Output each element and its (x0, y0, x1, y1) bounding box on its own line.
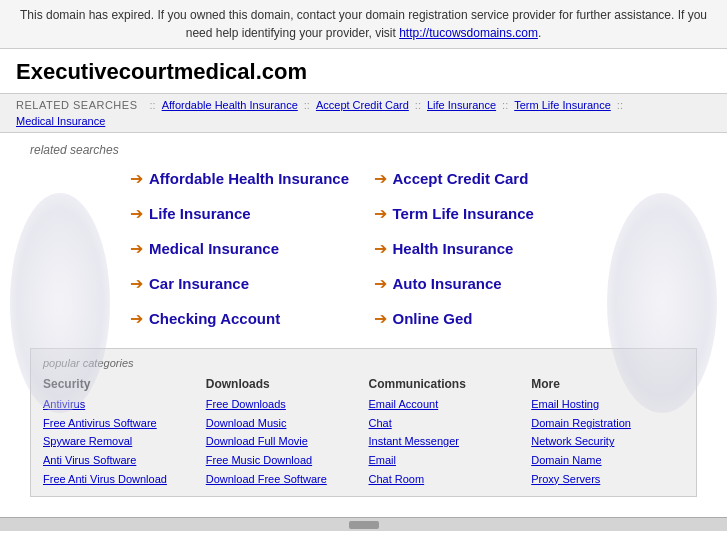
category-link-free-music-download[interactable]: Free Music Download (206, 451, 359, 470)
arrow-icon: ➔ (374, 274, 387, 293)
link-item-car-insurance: ➔ Car Insurance (130, 274, 354, 293)
arrow-icon: ➔ (130, 309, 143, 328)
category-link-download-full-movie[interactable]: Download Full Movie (206, 432, 359, 451)
link-checking-account[interactable]: Checking Account (149, 310, 280, 327)
related-searches-bar: RELATED SEARCHES :: Affordable Health In… (0, 94, 727, 133)
category-link-email[interactable]: Email (369, 451, 522, 470)
category-column-downloads: Downloads Free Downloads Download Music … (206, 377, 359, 488)
link-term-life-insurance[interactable]: Term Life Insurance (393, 205, 534, 222)
category-link-download-music[interactable]: Download Music (206, 414, 359, 433)
link-item-accept-credit-card: ➔ Accept Credit Card (374, 169, 598, 188)
category-link-chat-room[interactable]: Chat Room (369, 470, 522, 489)
link-item-auto-insurance: ➔ Auto Insurance (374, 274, 598, 293)
arrow-icon: ➔ (374, 169, 387, 188)
link-life-insurance[interactable]: Life Insurance (149, 205, 251, 222)
domain-title-section: Executivecourtmedical.com (0, 49, 727, 94)
link-auto-insurance[interactable]: Auto Insurance (393, 275, 502, 292)
category-column-communications: Communications Email Account Chat Instan… (369, 377, 522, 488)
domain-title: Executivecourtmedical.com (16, 59, 711, 85)
link-accept-credit-card[interactable]: Accept Credit Card (393, 170, 529, 187)
rs-link-medical-insurance[interactable]: Medical Insurance (16, 115, 105, 127)
category-link-domain-registration[interactable]: Domain Registration (531, 414, 684, 433)
category-link-spyware-removal[interactable]: Spyware Removal (43, 432, 196, 451)
rs-link-affordable-health-insurance[interactable]: Affordable Health Insurance (162, 99, 298, 111)
deco-circle-left (10, 193, 110, 413)
links-grid: ➔ Affordable Health Insurance ➔ Accept C… (130, 169, 597, 328)
categories-grid: Security Antivirus Free Antivirus Softwa… (43, 377, 684, 488)
rs-link-term-life-insurance[interactable]: Term Life Insurance (514, 99, 611, 111)
scroll-thumb (349, 521, 379, 529)
separator: :: (617, 99, 623, 111)
link-affordable-health-insurance[interactable]: Affordable Health Insurance (149, 170, 349, 187)
category-link-free-antivirus-software[interactable]: Free Antivirus Software (43, 414, 196, 433)
arrow-icon: ➔ (374, 239, 387, 258)
link-car-insurance[interactable]: Car Insurance (149, 275, 249, 292)
related-searches-label: RELATED SEARCHES (16, 99, 138, 111)
link-item-term-life-insurance: ➔ Term Life Insurance (374, 204, 598, 223)
notification-text: This domain has expired. If you owned th… (20, 8, 707, 40)
arrow-icon: ➔ (130, 239, 143, 258)
link-health-insurance[interactable]: Health Insurance (393, 240, 514, 257)
popular-categories: popular categories Security Antivirus Fr… (30, 348, 697, 497)
category-link-proxy-servers[interactable]: Proxy Servers (531, 470, 684, 489)
category-link-chat[interactable]: Chat (369, 414, 522, 433)
link-online-ged[interactable]: Online Ged (393, 310, 473, 327)
link-item-health-insurance: ➔ Health Insurance (374, 239, 598, 258)
category-link-free-downloads[interactable]: Free Downloads (206, 395, 359, 414)
bottom-scrollbar[interactable] (0, 517, 727, 531)
rs-link-accept-credit-card[interactable]: Accept Credit Card (316, 99, 409, 111)
separator: :: (502, 99, 508, 111)
main-content: related searches ➔ Affordable Health Ins… (0, 133, 727, 517)
category-link-instant-messenger[interactable]: Instant Messenger (369, 432, 522, 451)
notification-bar: This domain has expired. If you owned th… (0, 0, 727, 49)
arrow-icon: ➔ (130, 274, 143, 293)
category-link-download-free-software[interactable]: Download Free Software (206, 470, 359, 489)
category-title-communications: Communications (369, 377, 522, 391)
link-item-checking-account: ➔ Checking Account (130, 309, 354, 328)
separator: :: (304, 99, 310, 111)
tucows-link[interactable]: http://tucowsdomains.com (399, 26, 538, 40)
popular-categories-heading: popular categories (43, 357, 684, 369)
category-link-free-anti-virus-download[interactable]: Free Anti Virus Download (43, 470, 196, 489)
category-link-anti-virus-software[interactable]: Anti Virus Software (43, 451, 196, 470)
category-title-downloads: Downloads (206, 377, 359, 391)
link-item-life-insurance: ➔ Life Insurance (130, 204, 354, 223)
link-medical-insurance[interactable]: Medical Insurance (149, 240, 279, 257)
separator: :: (150, 99, 156, 111)
rs-link-life-insurance[interactable]: Life Insurance (427, 99, 496, 111)
deco-circle-right (607, 193, 717, 413)
category-link-email-account[interactable]: Email Account (369, 395, 522, 414)
category-link-network-security[interactable]: Network Security (531, 432, 684, 451)
arrow-icon: ➔ (374, 204, 387, 223)
arrow-icon: ➔ (374, 309, 387, 328)
arrow-icon: ➔ (130, 204, 143, 223)
link-item-online-ged: ➔ Online Ged (374, 309, 598, 328)
category-link-domain-name[interactable]: Domain Name (531, 451, 684, 470)
separator: :: (415, 99, 421, 111)
related-searches-heading: related searches (30, 143, 697, 157)
link-item-medical-insurance: ➔ Medical Insurance (130, 239, 354, 258)
arrow-icon: ➔ (130, 169, 143, 188)
link-item-affordable-health-insurance: ➔ Affordable Health Insurance (130, 169, 354, 188)
